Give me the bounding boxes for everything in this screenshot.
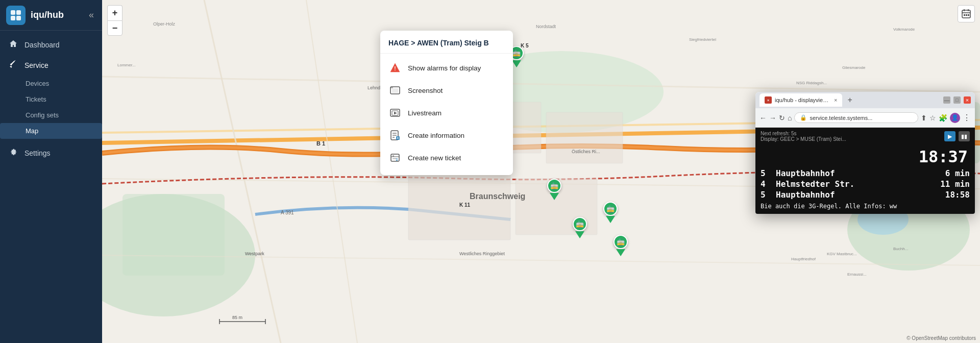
dep-dest-3: Hauptbahnhof: [773, 190, 945, 200]
sidebar-item-devices-label: Devices: [26, 80, 49, 87]
create-info-icon: +: [388, 129, 402, 142]
svg-rect-9: [122, 194, 225, 276]
svg-rect-1: [16, 10, 21, 15]
calendar-button[interactable]: [958, 5, 975, 22]
browser-bookmark-button[interactable]: ☆: [929, 114, 936, 122]
sidebar-item-tickets[interactable]: Tickets: [0, 91, 102, 107]
zoom-in-button[interactable]: +: [107, 5, 122, 20]
ctx-livestream-label: Livestream: [408, 109, 442, 117]
browser-menu-button[interactable]: ⋮: [963, 113, 971, 122]
svg-text:×: ×: [767, 99, 769, 102]
svg-text:A 391: A 391: [281, 210, 294, 215]
svg-rect-69: [391, 154, 399, 161]
ctx-create-info[interactable]: + Create information: [380, 124, 513, 146]
screenshot-icon: [388, 84, 402, 97]
browser-share-button[interactable]: ⬆: [921, 114, 927, 122]
tab-favicon: ×: [765, 96, 772, 104]
map-marker-5[interactable]: 🚋: [614, 235, 628, 256]
svg-rect-58: [392, 88, 398, 93]
browser-extensions-button[interactable]: 🧩: [939, 114, 947, 122]
svg-rect-54: [966, 14, 967, 16]
browser-home-button[interactable]: ⌂: [788, 114, 792, 122]
ctx-livestream[interactable]: Livestream: [380, 102, 513, 124]
browser-forward-button[interactable]: →: [769, 114, 776, 122]
ctx-show-alarms[interactable]: ! Show alarms for display: [380, 57, 513, 79]
alert-triangle-icon: !: [388, 61, 402, 75]
svg-marker-62: [394, 112, 397, 114]
calendar-icon: [961, 9, 971, 19]
svg-text:NSG Riddagsh...: NSG Riddagsh...: [796, 81, 827, 85]
dep-dest-2: Helmstedter Str.: [773, 179, 940, 189]
create-ticket-icon: +: [388, 151, 402, 164]
next-refresh-label: Next refresh: 5s: [761, 131, 944, 136]
sidebar-item-settings[interactable]: Settings: [0, 143, 102, 163]
browser-tab[interactable]: × iqu/hub - displayview hub ×: [760, 93, 842, 107]
ctx-create-info-label: Create information: [408, 132, 464, 139]
departure-row-3: 5 Hauptbahnhof 18:58: [761, 190, 970, 200]
tram-icon-5: 🚋: [614, 235, 628, 249]
departure-time-display: 18:37: [761, 147, 970, 166]
svg-text:Westpark: Westpark: [245, 251, 264, 256]
svg-text:Nordstadt: Nordstadt: [536, 24, 556, 29]
lock-icon: 🔒: [800, 114, 807, 121]
sidebar-item-map[interactable]: Map: [0, 123, 102, 139]
browser-minimize-button[interactable]: —: [943, 96, 950, 104]
svg-rect-59: [390, 87, 393, 88]
ticker-text: Bie auch die 3G-Regel. Alle Infos: ww: [761, 201, 970, 210]
departure-row-1: 5 Hauptbahnhof 6 min: [761, 168, 970, 178]
sidebar-item-tickets-label: Tickets: [26, 95, 46, 103]
context-menu: HAGE > AWEN (Tram) Steig B ! Show alarms…: [380, 31, 513, 175]
svg-text:!: !: [394, 66, 396, 71]
app-name: iqu/hub: [31, 10, 87, 20]
browser-tab-label: iqu/hub - displayview hub: [775, 97, 831, 103]
display-controls: ▶ ▮▮: [944, 131, 970, 141]
svg-text:Gliesmarode: Gliesmarode: [842, 65, 866, 70]
browser-close-button[interactable]: ×: [964, 96, 971, 104]
svg-text:Lommer...: Lommer...: [117, 63, 136, 67]
display-pause-button[interactable]: ▮▮: [959, 131, 970, 141]
sidebar-collapse-button[interactable]: «: [87, 8, 96, 22]
browser-back-button[interactable]: ←: [760, 114, 767, 122]
browser-refresh-button[interactable]: ↻: [779, 114, 785, 122]
tab-close-button[interactable]: ×: [834, 97, 837, 103]
map-marker-2[interactable]: 🚋: [547, 179, 561, 200]
sidebar-item-config-sets[interactable]: Config sets: [0, 107, 102, 123]
sidebar-item-devices[interactable]: Devices: [0, 76, 102, 91]
svg-text:Braunschweig: Braunschweig: [470, 192, 525, 201]
dep-time-3: 18:58: [945, 190, 970, 200]
url-text: service.teleste.systems...: [810, 115, 872, 121]
browser-titlebar: × iqu/hub - displayview hub × + — □ ×: [755, 92, 975, 108]
marker-pin-3: [606, 216, 615, 223]
svg-text:Volkmarode: Volkmarode: [893, 27, 915, 32]
display-info-label: Display: GEEC > MUSE (Tram) Stei...: [761, 136, 944, 142]
dep-line-1: 5: [761, 168, 773, 178]
sidebar-item-dashboard-label: Dashboard: [24, 41, 60, 49]
marker-pin-2: [550, 193, 559, 200]
browser-display-bar: Next refresh: 5s Display: GEEC > MUSE (T…: [755, 128, 975, 144]
display-play-button[interactable]: ▶: [944, 131, 955, 141]
map-marker-4[interactable]: 🚋: [573, 217, 587, 238]
map-marker-3[interactable]: 🚋: [603, 202, 618, 223]
ctx-screenshot[interactable]: Screenshot: [380, 79, 513, 102]
sidebar-item-map-label: Map: [26, 127, 38, 135]
browser-restore-button[interactable]: □: [953, 96, 961, 104]
browser-content: 18:37 5 Hauptbahnhof 6 min 4 Helmstedter…: [755, 144, 975, 214]
tram-icon-2: 🚋: [547, 179, 561, 193]
browser-profile-button[interactable]: 👤: [950, 113, 960, 123]
settings-gear-icon: [8, 148, 18, 158]
url-bar[interactable]: 🔒 service.teleste.systems...: [794, 112, 918, 123]
sidebar-item-dashboard[interactable]: Dashboard: [0, 35, 102, 55]
svg-text:Siegfriedviertel: Siegfriedviertel: [689, 37, 716, 42]
svg-rect-0: [11, 10, 15, 15]
map-area[interactable]: A 391 B 1 K 11 K 5 Braunschweig Lehndorf…: [102, 0, 980, 343]
sidebar-item-service[interactable]: Service: [0, 55, 102, 76]
svg-rect-3: [16, 16, 21, 20]
zoom-out-button[interactable]: −: [107, 20, 122, 36]
dep-line-3: 5: [761, 190, 773, 200]
svg-text:K 11: K 11: [459, 202, 471, 208]
sidebar-item-service-label: Service: [24, 61, 48, 69]
ctx-create-ticket[interactable]: + Create new ticket: [380, 146, 513, 169]
svg-text:KGV Mastbruc...: KGV Mastbruc...: [827, 252, 857, 256]
svg-text:Ernaussi...: Ernaussi...: [847, 272, 867, 277]
new-tab-button[interactable]: +: [845, 95, 854, 105]
